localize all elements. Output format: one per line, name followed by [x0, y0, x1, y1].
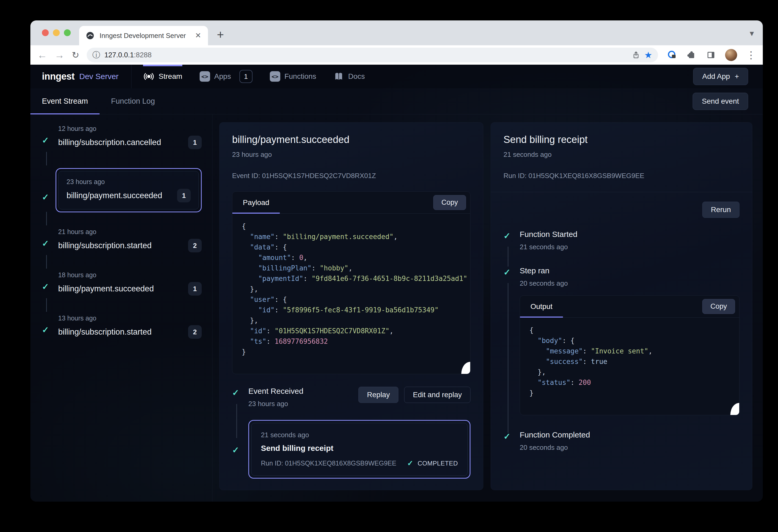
output-tab[interactable]: Output [520, 295, 563, 317]
inngest-logo: inngest Dev Server [42, 65, 119, 88]
desktop-background: { "browser": { "tab_title": "Inngest Dev… [0, 0, 778, 532]
side-panel-icon[interactable] [706, 50, 716, 60]
logo-subtitle: Dev Server [79, 72, 119, 81]
payload-card: Payload Copy { "name": "billing/payment.… [232, 191, 470, 374]
tab-search-chevron-icon[interactable]: ▾ [750, 28, 754, 38]
event-count-badge: 2 [188, 325, 202, 339]
selected-event-card[interactable]: 23 hours agobilling/payment.succeeded1 [56, 168, 202, 212]
run-detail-time: 21 seconds ago [503, 151, 740, 159]
favicon-icon [86, 31, 94, 40]
address-bar[interactable]: ⓘ 127.0.0.1:8288 ★ [87, 48, 658, 62]
event-count-badge: 1 [188, 136, 202, 149]
step-label: Function Completed [520, 430, 740, 439]
timeline-connector [508, 283, 509, 433]
event-count-badge: 1 [177, 189, 191, 202]
event-time: 21 hours ago [58, 228, 202, 236]
check-icon: ✓ [503, 267, 511, 277]
nav-divider [131, 65, 132, 88]
back-button[interactable]: ← [37, 50, 47, 60]
apps-code-icon: <> [200, 71, 210, 82]
new-tab-button[interactable]: + [217, 28, 224, 40]
bookmark-star-icon[interactable]: ★ [644, 51, 652, 60]
tab-function-log[interactable]: Function Log [99, 88, 167, 114]
functions-code-icon: <> [270, 71, 280, 82]
browser-tab-strip: Inngest Development Server ✕ + ▾ [30, 20, 763, 45]
step-time: 21 seconds ago [520, 243, 740, 251]
event-time: 23 hours ago [67, 178, 191, 186]
tab-event-stream[interactable]: Event Stream [30, 88, 99, 114]
run-detail-run-id: Run ID: 01H5SQK1XEQ816X8GSB9WEG9EE [503, 172, 740, 180]
event-list-item[interactable]: ✓21 hours agobilling/subscription.starte… [42, 228, 202, 252]
stream-tab-bar: Event Stream Function Log Send event [30, 88, 763, 114]
zoom-window-button[interactable] [64, 29, 71, 36]
window-controls[interactable] [42, 29, 71, 36]
payload-copy-button[interactable]: Copy [433, 195, 466, 210]
check-icon: ✓ [232, 388, 239, 398]
nav-items: Stream <> Apps 1 <> Functions [143, 65, 365, 88]
step-function-started: ✓ Function Started 21 seconds ago [503, 230, 740, 251]
edit-and-replay-button[interactable]: Edit and replay [404, 387, 470, 403]
run-detail-panel: Send billing receipt 21 seconds ago Run … [491, 122, 752, 490]
event-detail-time: 23 hours ago [232, 151, 470, 159]
event-id: Event ID: 01H5SQK1S7HDESQ2C7VD8RX01Z [232, 172, 470, 180]
rerun-button[interactable]: Rerun [702, 202, 740, 218]
check-icon: ✓ [407, 459, 413, 468]
output-json[interactable]: { "body": { "message": "Invoice sent", "… [520, 318, 739, 415]
step-step-ran: ✓ Step ran 20 seconds ago Output Copy [503, 266, 740, 415]
browser-menu-icon[interactable]: ⋮ [746, 50, 756, 60]
event-list-item[interactable]: ✓23 hours agobilling/payment.succeeded1 [42, 168, 202, 212]
event-name: billing/subscription.cancelled [58, 138, 161, 147]
nav-item-label: Apps [214, 72, 231, 81]
nav-item-stream[interactable]: Stream [143, 65, 182, 88]
extensions-puzzle-icon[interactable] [686, 50, 697, 60]
event-time: 13 hours ago [58, 315, 202, 322]
nav-item-apps[interactable]: <> Apps 1 [200, 65, 252, 88]
check-icon: ✓ [42, 282, 49, 292]
share-icon[interactable] [632, 51, 640, 59]
nav-item-label: Functions [285, 72, 316, 81]
event-list-item[interactable]: ✓12 hours agobilling/subscription.cancel… [42, 125, 202, 149]
payload-card-header: Payload Copy [232, 192, 470, 214]
site-info-icon[interactable]: ⓘ [92, 50, 100, 61]
event-list: ✓12 hours agobilling/subscription.cancel… [30, 114, 213, 502]
forward-button[interactable]: → [55, 50, 64, 60]
payload-tab[interactable]: Payload [232, 192, 280, 213]
close-window-button[interactable] [42, 29, 49, 36]
event-received-label: Event Received [248, 387, 358, 395]
event-list-item[interactable]: ✓13 hours agobilling/subscription.starte… [42, 315, 202, 339]
run-detail-body: Rerun ✓ Function Started 21 seconds ago [491, 192, 752, 452]
docs-book-icon [333, 71, 344, 82]
browser-window: Inngest Development Server ✕ + ▾ ← → ↻ ⓘ… [30, 20, 763, 502]
function-run-card[interactable]: 21 seconds ago Send billing receipt Run … [248, 420, 470, 478]
event-name: billing/subscription.started [58, 241, 152, 250]
check-icon: ✓ [232, 445, 239, 455]
step-label: Step ran [520, 266, 740, 275]
event-count-badge: 2 [188, 239, 202, 252]
url-text[interactable]: 127.0.0.1:8288 [104, 51, 152, 59]
event-list-item[interactable]: ✓18 hours agobilling/payment.succeeded1 [42, 271, 202, 295]
browser-tab[interactable]: Inngest Development Server ✕ [79, 26, 208, 45]
close-tab-icon[interactable]: ✕ [195, 32, 201, 39]
event-detail-title: billing/payment.succeeded [232, 134, 470, 145]
browser-toolbar: ← → ↻ ⓘ 127.0.0.1:8288 ★ [30, 45, 763, 65]
nav-item-label: Stream [159, 72, 182, 81]
reload-button[interactable]: ↻ [72, 51, 79, 60]
send-event-button[interactable]: Send event [693, 93, 748, 110]
tab-title: Inngest Development Server [99, 32, 190, 40]
event-timeline: ✓ Event Received 23 hours ago Replay Edi… [232, 387, 470, 478]
output-copy-button[interactable]: Copy [702, 299, 735, 314]
run-detail-title: Send billing receipt [503, 134, 740, 145]
nav-item-label: Docs [348, 72, 365, 81]
nav-item-functions[interactable]: <> Functions [270, 65, 316, 88]
replay-button[interactable]: Replay [358, 387, 398, 403]
run-status-badge: ✓ COMPLETED [407, 459, 458, 468]
password-manager-icon[interactable] [667, 50, 678, 60]
profile-avatar[interactable] [725, 49, 737, 61]
check-icon: ✓ [42, 239, 49, 249]
add-app-button[interactable]: Add App + [693, 68, 748, 85]
payload-json[interactable]: { "name": "billing/payment.succeeded", "… [232, 214, 470, 374]
minimize-window-button[interactable] [53, 29, 60, 36]
nav-item-docs[interactable]: Docs [333, 65, 365, 88]
check-icon: ✓ [503, 231, 511, 241]
apps-count-badge: 1 [239, 70, 252, 83]
